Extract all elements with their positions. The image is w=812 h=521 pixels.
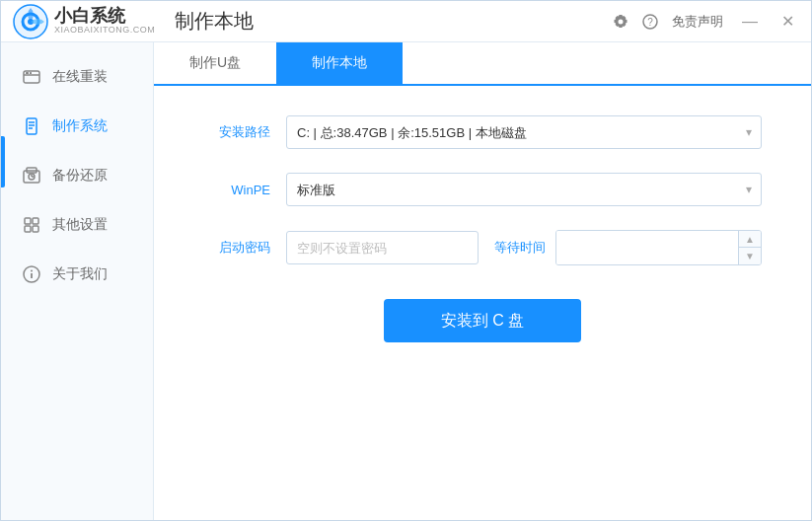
tab-make-usb[interactable]: 制作U盘 (154, 42, 276, 86)
svg-rect-7 (26, 72, 29, 74)
winpe-select[interactable]: 标准版 (286, 173, 762, 206)
logo-icon (13, 4, 48, 39)
password-row: 启动密码 等待时间 10 ▲ ▼ (203, 230, 762, 265)
form-area: 安装路径 C: | 总:38.47GB | 余:15.51GB | 本地磁盘 ▾… (154, 86, 811, 520)
wait-label: 等待时间 (494, 239, 546, 257)
help-icon-btn[interactable]: ? (642, 14, 658, 30)
svg-rect-20 (25, 226, 31, 232)
help-icon: ? (642, 14, 658, 30)
settings-icon (21, 214, 42, 236)
sidebar-item-reinstall[interactable]: 在线重装 (1, 52, 153, 102)
svg-rect-21 (33, 226, 38, 232)
logo-text: 小白系统 XIAOBAIXITONG.COM (54, 7, 155, 37)
logo-main-text: 小白系统 (54, 7, 155, 27)
password-label: 启动密码 (203, 239, 270, 257)
about-icon (21, 263, 42, 285)
logo: 小白系统 XIAOBAIXITONG.COM (13, 4, 155, 39)
gear-icon (613, 14, 628, 30)
spinner-buttons: ▲ ▼ (738, 231, 761, 264)
sidebar-active-indicator (1, 136, 5, 187)
sidebar-label-about: 关于我们 (52, 265, 108, 283)
svg-rect-9 (27, 118, 37, 134)
svg-point-24 (31, 270, 33, 272)
svg-text:?: ? (647, 17, 653, 28)
install-path-select[interactable]: C: | 总:38.47GB | 余:15.51GB | 本地磁盘 (286, 115, 762, 149)
wait-spinner: 10 ▲ ▼ (555, 230, 762, 265)
content-area: 制作U盘 制作本地 安装路径 C: | 总:38.47GB | 余:15.51G… (154, 42, 811, 520)
tab-make-local[interactable]: 制作本地 (276, 42, 403, 86)
install-path-label: 安装路径 (203, 123, 270, 141)
logo-sub-text: XIAOBAIXITONG.COM (54, 26, 155, 36)
main-layout: 在线重装 制作系统 (1, 42, 811, 520)
sidebar-item-settings[interactable]: 其他设置 (1, 200, 153, 250)
minimize-btn[interactable]: — (737, 11, 763, 33)
sidebar-label-make-system: 制作系统 (52, 117, 108, 135)
sidebar-item-about[interactable]: 关于我们 (1, 250, 153, 299)
spinner-up-btn[interactable]: ▲ (739, 231, 761, 248)
tab-bar: 制作U盘 制作本地 (154, 42, 811, 86)
close-btn[interactable]: ✕ (776, 10, 799, 33)
app-window: 小白系统 XIAOBAIXITONG.COM 制作本地 ? 免责声明 — ✕ (0, 0, 812, 521)
spinner-down-btn[interactable]: ▼ (739, 248, 761, 264)
settings-icon-btn[interactable] (613, 14, 628, 30)
svg-rect-18 (25, 218, 31, 224)
make-system-icon (21, 115, 42, 137)
svg-rect-8 (30, 72, 32, 74)
disclaimer-btn[interactable]: 免责声明 (672, 13, 723, 31)
wait-row: 等待时间 10 ▲ ▼ (494, 230, 762, 265)
sidebar: 在线重装 制作系统 (1, 42, 154, 520)
sidebar-label-settings: 其他设置 (52, 216, 108, 234)
sidebar-item-make-system[interactable]: 制作系统 (1, 102, 153, 151)
backup-icon (21, 165, 42, 186)
install-path-control: C: | 总:38.47GB | 余:15.51GB | 本地磁盘 ▾ (286, 115, 762, 149)
wait-value-input[interactable]: 10 (556, 231, 738, 264)
sidebar-item-backup[interactable]: 备份还原 (1, 151, 153, 200)
page-title: 制作本地 (175, 8, 254, 35)
sidebar-label-backup: 备份还原 (52, 167, 108, 185)
winpe-control: 标准版 ▾ (286, 173, 762, 206)
reinstall-icon (21, 66, 42, 88)
sidebar-label-reinstall: 在线重装 (52, 68, 108, 86)
svg-rect-19 (33, 218, 38, 224)
install-button[interactable]: 安装到 C 盘 (384, 299, 581, 342)
winpe-row: WinPE 标准版 ▾ (203, 173, 762, 206)
install-path-row: 安装路径 C: | 总:38.47GB | 余:15.51GB | 本地磁盘 ▾ (203, 115, 762, 149)
password-input[interactable] (286, 231, 479, 264)
titlebar: 小白系统 XIAOBAIXITONG.COM 制作本地 ? 免责声明 — ✕ (1, 1, 811, 42)
winpe-label: WinPE (203, 183, 270, 197)
titlebar-actions: ? 免责声明 — ✕ (613, 10, 799, 33)
